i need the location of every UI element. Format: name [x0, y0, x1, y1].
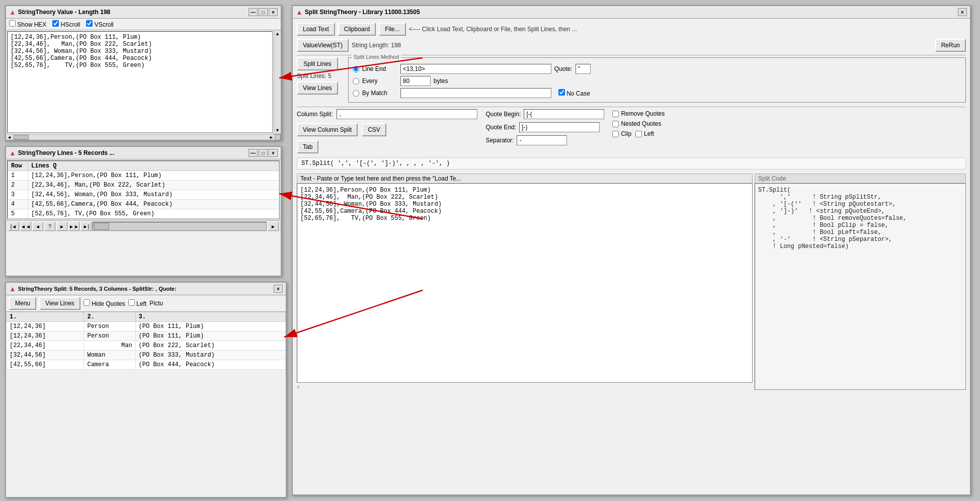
column-split-input[interactable] — [337, 109, 477, 119]
vscroll-checkbox[interactable] — [86, 20, 93, 27]
show-hex-check-label[interactable]: Show HEX — [9, 20, 46, 28]
lines-window-minimize[interactable]: — — [249, 149, 258, 157]
row-data: [32,44,56], Woman,(PO Box 333, Mustard) — [28, 190, 279, 200]
no-case-check-label[interactable]: No Case — [558, 89, 594, 97]
nav-scrollbar[interactable] — [93, 222, 267, 231]
nav-first[interactable]: |◄ — [8, 222, 19, 231]
table-row: 4 [42,55,66],Camera,(PO Box 444, Peacock… — [8, 200, 279, 209]
split-cell: Woman — [84, 351, 135, 360]
by-match-row: By Match No Case — [353, 88, 961, 98]
split-window: ▲ StringTheory Split: 5 Records, 3 Colum… — [5, 282, 287, 498]
view-column-split-button[interactable]: View Column Split — [297, 123, 358, 136]
nav-prev[interactable]: ◄ — [32, 222, 43, 231]
remove-quotes-checkbox[interactable] — [612, 111, 619, 117]
split-window-title: StringTheory Split: 5 Records, 3 Columns… — [18, 286, 177, 292]
remove-quotes-check-label[interactable]: Remove Quotes — [612, 110, 665, 117]
row-num: 1 — [8, 171, 28, 181]
value-view-button[interactable]: ValueView(ST) — [297, 39, 349, 52]
tab-button[interactable]: Tab — [297, 140, 318, 153]
lines-window-titlebar: ▲ StringTheory Lines - 5 Records ... — □… — [6, 147, 281, 159]
table-row: [22,34,46] Man (PO Box 222, Scarlet) — [7, 341, 286, 351]
bottom-split-area: Text - Paste or Type text here and then … — [297, 174, 966, 390]
every-label: Every — [362, 77, 397, 85]
nested-quotes-check-label[interactable]: Nested Quotes — [612, 120, 665, 127]
table-row: [32,44,56] Woman (PO Box 333, Mustard) — [7, 351, 286, 360]
hide-quotes-check-label[interactable]: Hide Quotes — [84, 299, 125, 307]
lines-window-close[interactable]: × — [269, 149, 278, 157]
table-row: [42,55,66] Camera (PO Box 444, Peacock) — [7, 360, 286, 370]
row-num: 5 — [8, 209, 28, 219]
split-result-table: 1. 2. 3. [12,24,36] Person (PO Box 111, … — [6, 312, 286, 370]
table-row: 3 [32,44,56], Woman,(PO Box 333, Mustard… — [8, 190, 279, 200]
clipboard-button[interactable]: Clipboard — [338, 23, 376, 36]
clip-check-label[interactable]: Clip — [612, 130, 631, 137]
no-case-checkbox[interactable] — [558, 89, 565, 96]
vscroll-check-label[interactable]: VScroll — [86, 20, 113, 28]
file-button[interactable]: File... — [379, 23, 405, 36]
nav-next-next[interactable]: ►► — [68, 222, 79, 231]
view-lines-button[interactable]: View Lines — [297, 81, 338, 95]
nav-right-arrow[interactable]: ► — [268, 222, 279, 231]
lines-window-title: StringTheory Lines - 5 Records ... — [18, 149, 114, 156]
left-check-label[interactable]: Left — [635, 130, 654, 137]
split-cell: (PO Box 333, Mustard) — [135, 351, 285, 360]
main-panel-icon: ▲ — [296, 8, 303, 16]
split-lines-button[interactable]: Split Lines — [297, 57, 338, 70]
load-text-button[interactable]: Load Text — [297, 23, 335, 36]
nav-prev-prev[interactable]: ◄◄ — [20, 222, 31, 231]
pictu-label: Pictu — [149, 300, 163, 307]
line-end-row: Line End Quote: — [353, 64, 961, 74]
column-split-label: Column Split: — [297, 111, 333, 118]
quote-input[interactable] — [576, 64, 591, 74]
split-cell: Person — [84, 322, 135, 331]
split-lines-left: Split Lines Split Lines: 5 View Lines — [297, 57, 342, 95]
text-input-area[interactable]: [12,24,36],Person,(PO Box 111, Plum) [22… — [297, 183, 753, 383]
split-view-lines-button[interactable]: View Lines — [39, 297, 80, 310]
split-menu-button[interactable]: Menu — [9, 297, 36, 310]
row-data: [22,34,46], Man,(PO Box 222, Scarlet) — [28, 181, 279, 190]
csv-button[interactable]: CSV — [362, 123, 386, 136]
quote-end-input[interactable] — [519, 122, 600, 132]
left-check-label[interactable]: Left — [128, 299, 146, 307]
split-cell: Person — [84, 331, 135, 341]
line-end-label: Line End — [362, 65, 397, 72]
value-window-close[interactable]: × — [269, 8, 278, 16]
clip-checkbox[interactable] — [612, 131, 619, 137]
value-window-title: StringTheory Value - Length 198 — [18, 9, 110, 16]
nested-quotes-checkbox[interactable] — [612, 121, 619, 127]
value-window: ▲ StringTheory Value - Length 198 — □ × … — [5, 5, 282, 141]
hscroll-checkbox[interactable] — [52, 20, 59, 27]
by-match-radio[interactable] — [353, 90, 359, 97]
main-panel-close[interactable]: × — [958, 8, 967, 16]
every-radio[interactable] — [353, 78, 359, 85]
separator-label: Separator: — [485, 137, 514, 144]
separator-input[interactable] — [517, 135, 567, 145]
main-toolbar-row1: Load Text Clipboard File... <---- Click … — [297, 23, 966, 36]
split-cell: (PO Box 111, Plum) — [135, 322, 285, 331]
split-window-close[interactable]: × — [274, 285, 283, 293]
quote-end-label: Quote End: — [485, 124, 516, 131]
show-hex-checkbox[interactable] — [9, 20, 16, 27]
main-panel: ▲ Split StringTheory - Library 11000.135… — [292, 5, 971, 495]
nav-next[interactable]: ► — [56, 222, 67, 231]
line-end-radio[interactable] — [353, 66, 359, 72]
quote-begin-label: Quote Begin: — [485, 111, 521, 118]
row-data: [42,55,66],Camera,(PO Box 444, Peacock) — [28, 200, 279, 209]
rerun-button[interactable]: ReRun — [935, 39, 966, 52]
left-checkbox[interactable] — [635, 131, 642, 137]
by-match-input[interactable] — [400, 88, 551, 98]
col-split-right-panel: Quote Begin: Quote End: Separator: Remov… — [485, 109, 665, 145]
quote-begin-input[interactable] — [524, 109, 604, 119]
lines-window-maximize[interactable]: □ — [259, 149, 268, 157]
nav-question[interactable]: ? — [44, 222, 55, 231]
nav-last[interactable]: ►| — [80, 222, 92, 231]
hide-quotes-checkbox[interactable] — [84, 299, 90, 306]
every-input[interactable] — [400, 76, 431, 86]
split-cell: (PO Box 444, Peacock) — [135, 360, 285, 370]
value-window-minimize[interactable]: — — [249, 8, 258, 16]
value-window-maximize[interactable]: □ — [259, 8, 268, 16]
line-end-input[interactable] — [400, 64, 551, 74]
left-checkbox[interactable] — [128, 299, 135, 306]
every-row: Every bytes — [353, 76, 961, 86]
hscroll-check-label[interactable]: HScroll — [52, 20, 80, 28]
